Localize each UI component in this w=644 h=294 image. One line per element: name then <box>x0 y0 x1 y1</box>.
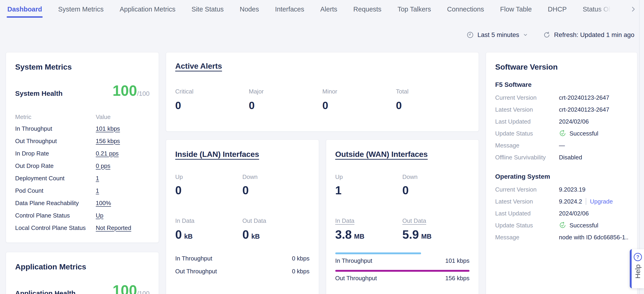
update-status-row: Update Status Successful <box>495 127 628 139</box>
metric-value-link[interactable]: Up <box>96 212 104 219</box>
alert-stats: Critical 0 Major 0 Minor 0 Total 0 <box>175 88 470 112</box>
upgrade-link[interactable]: Upgrade <box>590 198 613 205</box>
table-header: Metric Value <box>15 111 150 122</box>
tab-top-talkers[interactable]: Top Talkers <box>398 0 431 18</box>
table-row: Deployment Count1 <box>15 172 150 185</box>
version-row: Current Version9.2023.19 <box>495 184 628 196</box>
wan-out-throughput-row: Out Throughput 156 kbps <box>335 274 470 282</box>
toolbar: Last 5 minutes Refresh: Updated 1 min ag… <box>0 26 644 44</box>
table-row: Out Drop Rate0 pps <box>15 160 150 172</box>
application-health-row: Application Health 100 /100 <box>15 283 150 294</box>
tab-label: Connections <box>447 6 484 13</box>
wan-out-data-stat: Out Data 5.9MB <box>402 217 470 240</box>
system-metrics-title: System Metrics <box>15 62 150 71</box>
application-health-score: 100 /100 <box>112 283 150 294</box>
tab-system-metrics[interactable]: System Metrics <box>58 0 104 18</box>
active-alerts-card: Active Alerts Critical 0 Major 0 Minor 0… <box>166 52 479 132</box>
wan-interfaces-link[interactable]: Outside (WAN) Interfaces <box>335 150 428 159</box>
metric-value-link[interactable]: 1 <box>96 175 99 182</box>
health-score-value: 100 <box>112 83 137 98</box>
operating-system-rows: Current Version9.2023.19 Latest Version … <box>495 184 628 243</box>
software-version-card: Software Version F5 Software Current Ver… <box>486 52 637 294</box>
metric-value-link[interactable]: 0 pps <box>96 162 110 170</box>
operating-system-section-title: Operating System <box>495 173 628 180</box>
refresh-status-label: Refresh: Updated 1 min ago <box>554 31 634 39</box>
tab-alerts[interactable]: Alerts <box>320 0 337 18</box>
table-row: Control Plane StatusUp <box>15 209 150 222</box>
table-row: Pod Count1 <box>15 185 150 197</box>
table-row: Data Plane Reachability100% <box>15 197 150 209</box>
alert-stat-major: Major 0 <box>249 88 322 112</box>
value-column-header: Value <box>96 113 150 121</box>
top-nav: Dashboard System Metrics Application Met… <box>0 0 644 18</box>
tab-label: Application Metrics <box>120 6 176 13</box>
wan-up-stat: Up 1 <box>335 173 402 196</box>
latest-version-row: Latest Version 9.2024.2 Upgrade <box>495 196 628 207</box>
wan-interfaces-title: Outside (WAN) Interfaces <box>335 150 470 159</box>
application-metrics-title: Application Metrics <box>15 262 150 271</box>
update-status-row: Update Status Successful <box>495 219 628 231</box>
help-button[interactable]: ? Help <box>630 249 644 288</box>
f5-software-rows: Current Versioncrt-20240123-2647 Latest … <box>495 92 628 163</box>
chevron-down-icon <box>523 32 528 38</box>
tab-dhcp[interactable]: DHCP <box>548 0 567 18</box>
alert-stat-critical: Critical 0 <box>175 88 249 112</box>
time-range-selector[interactable]: Last 5 minutes <box>466 31 528 39</box>
dashboard-grid: System Metrics System Health 100 /100 Me… <box>0 44 644 294</box>
tab-label: Nodes <box>240 6 259 13</box>
in-data-link[interactable]: In Data <box>335 217 354 224</box>
lan-interfaces-link[interactable]: Inside (LAN) Interfaces <box>175 150 259 159</box>
tab-flow-table[interactable]: Flow Table <box>500 0 532 18</box>
health-score-value: 100 <box>112 283 137 294</box>
metric-value-link[interactable]: 0.21 pps <box>96 150 119 157</box>
tab-label: Requests <box>354 6 382 13</box>
metric-value-link[interactable]: 156 kbps <box>96 137 120 145</box>
tab-nodes[interactable]: Nodes <box>240 0 259 18</box>
wan-in-throughput-row: In Throughput 101 kbps <box>335 257 470 264</box>
center-column: Active Alerts Critical 0 Major 0 Minor 0… <box>166 52 479 294</box>
tab-interfaces[interactable]: Interfaces <box>275 0 304 18</box>
alert-stat-minor: Minor 0 <box>322 88 396 112</box>
wan-interfaces-card: Outside (WAN) Interfaces Up 1 Down 0 In … <box>326 139 479 294</box>
metric-value-link[interactable]: 1 <box>96 187 99 194</box>
tab-status-objects-truncated[interactable]: Status Ob <box>583 0 612 18</box>
tab-dashboard[interactable]: Dashboard <box>7 0 42 18</box>
tab-connections[interactable]: Connections <box>447 0 484 18</box>
metric-value-link[interactable]: 101 kbps <box>96 125 120 132</box>
tab-requests[interactable]: Requests <box>354 0 382 18</box>
lan-down-stat: Down 0 <box>242 173 310 196</box>
tab-label: Site Status <box>192 6 224 13</box>
lan-out-throughput-row: Out Throughput 0 kbps <box>175 268 310 275</box>
wan-down-stat: Down 0 <box>402 173 470 196</box>
tab-application-metrics[interactable]: Application Metrics <box>120 0 176 18</box>
refresh-icon <box>543 31 550 39</box>
active-alerts-link[interactable]: Active Alerts <box>175 62 222 70</box>
table-row: In Throughput101 kbps <box>15 122 150 135</box>
tab-label: Top Talkers <box>398 6 431 13</box>
success-refresh-icon <box>559 222 566 229</box>
metric-value-link[interactable]: Not Reported <box>96 224 132 232</box>
lan-up-stat: Up 0 <box>175 173 242 196</box>
lan-data-stats: In Data 0kB Out Data 0kB <box>175 217 310 240</box>
refresh-control[interactable]: Refresh: Updated 1 min ago <box>543 31 634 39</box>
time-range-label: Last 5 minutes <box>478 31 519 39</box>
wan-updown-stats: Up 1 Down 0 <box>335 173 470 196</box>
nav-overflow-chevron-button[interactable] <box>630 0 637 18</box>
metric-value-link[interactable]: 100% <box>96 200 111 207</box>
system-health-score: 100 /100 <box>112 83 150 98</box>
lan-in-throughput-row: In Throughput 0 kbps <box>175 255 310 262</box>
tab-label: Status Ob <box>583 6 612 13</box>
table-row: Out Throughput156 kbps <box>15 135 150 147</box>
system-metrics-table: Metric Value In Throughput101 kbps Out T… <box>15 111 150 234</box>
wan-throughput-section: In Throughput 101 kbps Out Throughput 15… <box>335 252 470 282</box>
software-version-title: Software Version <box>495 62 628 71</box>
right-column: Software Version F5 Software Current Ver… <box>486 52 637 294</box>
tab-site-status[interactable]: Site Status <box>192 0 224 18</box>
out-data-link[interactable]: Out Data <box>402 217 426 224</box>
application-health-label: Application Health <box>15 289 76 294</box>
system-metrics-card: System Metrics System Health 100 /100 Me… <box>6 52 159 243</box>
out-throughput-bar <box>335 270 470 272</box>
tab-label: Interfaces <box>275 6 304 13</box>
success-refresh-icon <box>559 130 566 137</box>
tab-label: Flow Table <box>500 6 532 13</box>
